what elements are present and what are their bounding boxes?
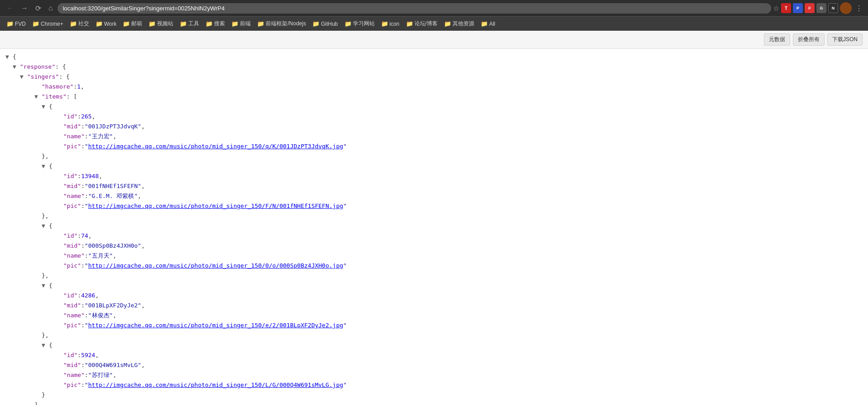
json-item-4-pic-link[interactable]: http://imgcache.qq.com/music/photo/mid_s… xyxy=(88,381,343,390)
reload-button[interactable]: ⟳ xyxy=(33,3,44,14)
bookmark-label: 论坛/博客 xyxy=(415,20,438,28)
bookmark-label: 搜索 xyxy=(214,20,225,28)
folder-icon: 📁 xyxy=(231,20,238,27)
json-singers-key: ▼ "singers": { xyxy=(5,72,863,82)
ext-icon-1[interactable]: T xyxy=(781,3,791,13)
json-item-3-close: }, xyxy=(5,331,863,341)
collapse-item-1[interactable]: ▼ xyxy=(42,162,49,171)
json-item-2-pic-link[interactable]: http://imgcache.qq.com/music/photo/mid_s… xyxy=(88,261,343,271)
folder-icon: 📁 xyxy=(95,20,103,27)
folder-icon: 📁 xyxy=(180,20,187,27)
json-item-2-pic: "pic": "http://imgcache.qq.com/music/pho… xyxy=(5,261,863,271)
folder-icon: 📁 xyxy=(70,20,77,27)
home-button[interactable]: ⌂ xyxy=(46,3,56,13)
bookmark-label: Work xyxy=(104,21,117,27)
bookmark-item-前端框架/Nodejs[interactable]: 📁前端框架/Nodejs xyxy=(254,19,309,29)
ext-icon-3[interactable]: F xyxy=(805,3,815,13)
bookmark-label: All xyxy=(489,21,495,27)
address-bar[interactable] xyxy=(57,3,771,14)
json-item-4-mid: "mid": "000Q4W691sMvLG", xyxy=(5,361,863,371)
meta-button[interactable]: 元数据 xyxy=(764,33,790,46)
json-item-1-pic-link[interactable]: http://imgcache.qq.com/music/photo/mid_s… xyxy=(88,202,343,211)
forward-button[interactable]: → xyxy=(18,3,31,13)
json-item-3-mid: "mid": "001BLpXF2DyJe2", xyxy=(5,301,863,311)
collapse-singers[interactable]: ▼ xyxy=(20,72,27,82)
json-item-0-mid: "mid": "001JDzPT3JdvqK", xyxy=(5,122,863,132)
bookmark-item-FVD[interactable]: 📁FVD xyxy=(4,19,29,28)
bookmark-item-社交[interactable]: 📁社交 xyxy=(67,19,92,29)
bookmark-item-视频站[interactable]: 📁视频站 xyxy=(146,19,176,29)
ext-icon-5[interactable]: N xyxy=(828,3,838,13)
collapse-response[interactable]: ▼ xyxy=(13,62,20,72)
bookmark-item-学习网站[interactable]: 📁学习网站 xyxy=(342,19,377,29)
folder-icon: 📁 xyxy=(32,20,39,27)
bookmark-item-论坛/博客[interactable]: 📁论坛/博客 xyxy=(403,19,440,29)
bookmark-label: 前端框架/Nodejs xyxy=(266,20,306,28)
bookmark-item-icon[interactable]: 📁icon xyxy=(378,19,402,28)
bookmark-item-其他资源[interactable]: 📁其他资源 xyxy=(441,19,477,29)
json-item-2-mid: "mid": "000Sp0Bz4JXH0o", xyxy=(5,241,863,251)
bookmark-label: GitHub xyxy=(321,21,338,27)
json-item-0-close: }, xyxy=(5,152,863,162)
bookmark-star-icon[interactable]: ☆ xyxy=(773,4,779,13)
json-item-4-name: "name": "苏打绿", xyxy=(5,371,863,381)
collapse-item-4[interactable]: ▼ xyxy=(42,341,49,350)
json-item-2-id: "id": 74, xyxy=(5,231,863,241)
bookmark-label: 前端 xyxy=(240,20,251,28)
back-button[interactable]: ← xyxy=(4,3,16,13)
collapse-root[interactable]: ▼ xyxy=(5,52,13,62)
folder-icon: 📁 xyxy=(381,20,388,27)
collapse-item-3[interactable]: ▼ xyxy=(42,281,49,291)
bookmark-item-Work[interactable]: 📁Work xyxy=(93,19,119,28)
bookmark-label: 其他资源 xyxy=(453,20,474,28)
bookmark-item-邮箱[interactable]: 📁邮箱 xyxy=(120,19,145,29)
json-hasmore: "hasmore": 1, xyxy=(5,82,863,92)
bookmark-item-Chrome+[interactable]: 📁Chrome+ xyxy=(29,19,66,28)
json-item-2-name: "name": "五月天", xyxy=(5,251,863,261)
folder-icon: 📁 xyxy=(444,20,451,27)
bookmark-item-工具[interactable]: 📁工具 xyxy=(177,19,202,29)
browser-chrome: ← → ⟳ ⌂ ☆ T P F G N ⋮ 📁FVD📁Chrome+📁社交📁Wo… xyxy=(0,0,868,31)
folder-icon: 📁 xyxy=(406,20,413,27)
profile-avatar[interactable] xyxy=(840,2,852,14)
ext-icon-4[interactable]: G xyxy=(816,3,826,13)
json-content: ▼ { ▼ "response": { ▼ "singers": { "hasm… xyxy=(0,49,868,405)
collapse-button[interactable]: 折叠所有 xyxy=(793,33,825,46)
folder-icon: 📁 xyxy=(312,20,320,27)
nav-icons: ☆ T P F G N ⋮ xyxy=(773,2,864,14)
menu-dots-icon[interactable]: ⋮ xyxy=(854,4,864,13)
bookmark-item-All[interactable]: 📁All xyxy=(478,19,498,28)
json-item-3-pic-link[interactable]: http://imgcache.qq.com/music/photo/mid_s… xyxy=(88,321,343,330)
bookmark-label: FVD xyxy=(15,21,26,27)
json-item-0-id: "id": 265, xyxy=(5,112,863,122)
json-item-3-open: ▼ { xyxy=(5,281,863,291)
folder-icon: 📁 xyxy=(205,20,213,27)
json-item-3-pic: "pic": "http://imgcache.qq.com/music/pho… xyxy=(5,321,863,331)
json-item-0-pic-link[interactable]: http://imgcache.qq.com/music/photo/mid_s… xyxy=(88,142,343,151)
collapse-items[interactable]: ▼ xyxy=(34,92,42,102)
bookmark-label: 学习网站 xyxy=(353,20,375,28)
collapse-item-0[interactable]: ▼ xyxy=(42,102,49,112)
json-toolbar: 元数据 折叠所有 下载JSON xyxy=(0,31,868,49)
download-button[interactable]: 下载JSON xyxy=(827,33,863,46)
json-item-1-close: }, xyxy=(5,212,863,221)
bookmark-item-搜索[interactable]: 📁搜索 xyxy=(203,19,228,29)
folder-icon: 📁 xyxy=(6,20,14,27)
tab-bar: ← → ⟳ ⌂ ☆ T P F G N ⋮ xyxy=(0,0,868,16)
bookmark-label: 工具 xyxy=(188,20,199,28)
json-items-close: ] xyxy=(5,400,863,405)
bookmark-label: Chrome+ xyxy=(41,21,63,27)
json-item-1-name: "name": "G.E.M. 邓紫棋", xyxy=(5,192,863,202)
json-item-0-pic: "pic": "http://imgcache.qq.com/music/pho… xyxy=(5,142,863,152)
bookmark-item-GitHub[interactable]: 📁GitHub xyxy=(310,19,340,28)
json-item-3-id: "id": 4286, xyxy=(5,291,863,301)
collapse-item-2[interactable]: ▼ xyxy=(42,221,49,231)
bookmark-label: 邮箱 xyxy=(131,20,142,28)
folder-icon: 📁 xyxy=(257,20,264,27)
folder-icon: 📁 xyxy=(344,20,352,27)
json-item-1-mid: "mid": "001fNHEf1SFEFN", xyxy=(5,182,863,192)
json-item-0-name: "name": "王力宏", xyxy=(5,132,863,142)
bookmark-item-前端[interactable]: 📁前端 xyxy=(229,19,253,29)
ext-icon-2[interactable]: P xyxy=(793,3,803,13)
bookmark-bar: 📁FVD📁Chrome+📁社交📁Work📁邮箱📁视频站📁工具📁搜索📁前端📁前端框… xyxy=(0,16,868,31)
